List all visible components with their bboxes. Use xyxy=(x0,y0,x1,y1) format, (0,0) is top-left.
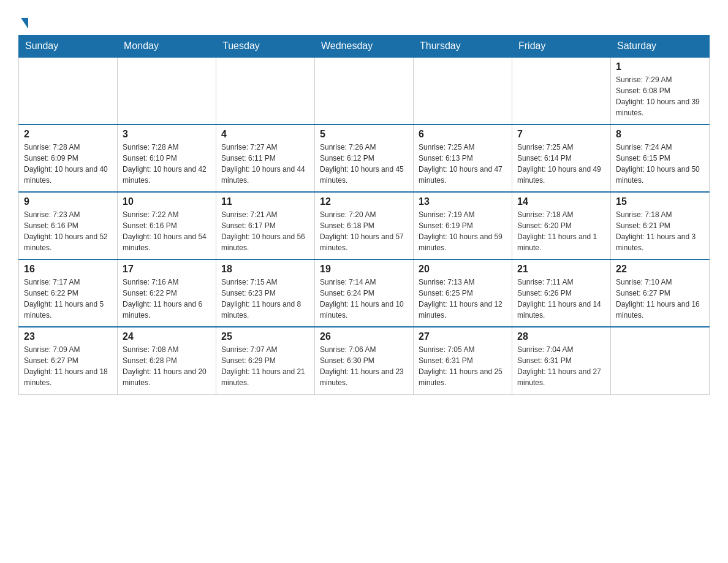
day-number: 3 xyxy=(123,129,211,140)
calendar-cell: 15Sunrise: 7:18 AMSunset: 6:21 PMDayligh… xyxy=(611,192,710,259)
calendar-cell: 9Sunrise: 7:23 AMSunset: 6:16 PMDaylight… xyxy=(19,192,118,259)
day-info: Sunrise: 7:26 AMSunset: 6:12 PMDaylight:… xyxy=(320,142,408,186)
day-of-week-header: Monday xyxy=(118,36,216,58)
calendar-week-row: 16Sunrise: 7:17 AMSunset: 6:22 PMDayligh… xyxy=(19,259,710,327)
calendar-cell: 7Sunrise: 7:25 AMSunset: 6:14 PMDaylight… xyxy=(512,124,611,192)
day-number: 19 xyxy=(320,264,408,275)
calendar-cell: 23Sunrise: 7:09 AMSunset: 6:27 PMDayligh… xyxy=(19,327,118,394)
day-info: Sunrise: 7:18 AMSunset: 6:20 PMDaylight:… xyxy=(517,209,605,253)
calendar-cell: 19Sunrise: 7:14 AMSunset: 6:24 PMDayligh… xyxy=(315,259,414,327)
calendar-cell xyxy=(611,327,710,394)
day-number: 18 xyxy=(221,264,309,275)
calendar-cell: 17Sunrise: 7:16 AMSunset: 6:22 PMDayligh… xyxy=(118,259,216,327)
calendar-header-row: SundayMondayTuesdayWednesdayThursdayFrid… xyxy=(19,36,710,58)
day-info: Sunrise: 7:06 AMSunset: 6:30 PMDaylight:… xyxy=(320,344,408,388)
day-number: 26 xyxy=(320,331,408,342)
day-of-week-header: Saturday xyxy=(611,36,710,58)
logo-arrow-icon xyxy=(21,18,28,29)
day-info: Sunrise: 7:25 AMSunset: 6:14 PMDaylight:… xyxy=(517,142,605,186)
calendar-cell: 6Sunrise: 7:25 AMSunset: 6:13 PMDaylight… xyxy=(414,124,512,192)
calendar-cell: 4Sunrise: 7:27 AMSunset: 6:11 PMDaylight… xyxy=(216,124,315,192)
calendar-cell: 27Sunrise: 7:05 AMSunset: 6:31 PMDayligh… xyxy=(414,327,512,394)
day-number: 24 xyxy=(123,331,211,342)
calendar-cell xyxy=(118,57,216,124)
day-info: Sunrise: 7:25 AMSunset: 6:13 PMDaylight:… xyxy=(419,142,507,186)
day-of-week-header: Friday xyxy=(512,36,611,58)
day-info: Sunrise: 7:19 AMSunset: 6:19 PMDaylight:… xyxy=(419,209,507,253)
logo xyxy=(18,12,28,29)
calendar-cell xyxy=(19,57,118,124)
calendar-week-row: 2Sunrise: 7:28 AMSunset: 6:09 PMDaylight… xyxy=(19,124,710,192)
calendar-cell: 10Sunrise: 7:22 AMSunset: 6:16 PMDayligh… xyxy=(118,192,216,259)
day-info: Sunrise: 7:10 AMSunset: 6:27 PMDaylight:… xyxy=(616,277,704,321)
day-number: 20 xyxy=(419,264,507,275)
day-number: 2 xyxy=(24,129,112,140)
calendar-cell: 26Sunrise: 7:06 AMSunset: 6:30 PMDayligh… xyxy=(315,327,414,394)
calendar-week-row: 23Sunrise: 7:09 AMSunset: 6:27 PMDayligh… xyxy=(19,327,710,394)
day-number: 5 xyxy=(320,129,408,140)
day-info: Sunrise: 7:09 AMSunset: 6:27 PMDaylight:… xyxy=(24,344,112,388)
calendar-cell: 18Sunrise: 7:15 AMSunset: 6:23 PMDayligh… xyxy=(216,259,315,327)
day-info: Sunrise: 7:28 AMSunset: 6:10 PMDaylight:… xyxy=(123,142,211,186)
calendar-cell: 16Sunrise: 7:17 AMSunset: 6:22 PMDayligh… xyxy=(19,259,118,327)
calendar-cell xyxy=(512,57,611,124)
day-info: Sunrise: 7:27 AMSunset: 6:11 PMDaylight:… xyxy=(221,142,309,186)
day-of-week-header: Sunday xyxy=(19,36,118,58)
day-of-week-header: Wednesday xyxy=(315,36,414,58)
day-info: Sunrise: 7:14 AMSunset: 6:24 PMDaylight:… xyxy=(320,277,408,321)
day-info: Sunrise: 7:29 AMSunset: 6:08 PMDaylight:… xyxy=(616,74,704,118)
day-number: 13 xyxy=(419,196,507,207)
day-number: 16 xyxy=(24,264,112,275)
calendar-cell: 20Sunrise: 7:13 AMSunset: 6:25 PMDayligh… xyxy=(414,259,512,327)
day-info: Sunrise: 7:28 AMSunset: 6:09 PMDaylight:… xyxy=(24,142,112,186)
calendar-cell xyxy=(315,57,414,124)
day-number: 9 xyxy=(24,196,112,207)
day-info: Sunrise: 7:18 AMSunset: 6:21 PMDaylight:… xyxy=(616,209,704,253)
calendar-cell: 8Sunrise: 7:24 AMSunset: 6:15 PMDaylight… xyxy=(611,124,710,192)
day-info: Sunrise: 7:13 AMSunset: 6:25 PMDaylight:… xyxy=(419,277,507,321)
day-number: 22 xyxy=(616,264,704,275)
calendar-cell: 24Sunrise: 7:08 AMSunset: 6:28 PMDayligh… xyxy=(118,327,216,394)
day-of-week-header: Tuesday xyxy=(216,36,315,58)
day-info: Sunrise: 7:07 AMSunset: 6:29 PMDaylight:… xyxy=(221,344,309,388)
calendar-cell: 5Sunrise: 7:26 AMSunset: 6:12 PMDaylight… xyxy=(315,124,414,192)
day-number: 1 xyxy=(616,61,704,72)
day-info: Sunrise: 7:11 AMSunset: 6:26 PMDaylight:… xyxy=(517,277,605,321)
calendar-cell: 14Sunrise: 7:18 AMSunset: 6:20 PMDayligh… xyxy=(512,192,611,259)
calendar-cell xyxy=(414,57,512,124)
day-info: Sunrise: 7:23 AMSunset: 6:16 PMDaylight:… xyxy=(24,209,112,253)
day-number: 6 xyxy=(419,129,507,140)
calendar-cell: 13Sunrise: 7:19 AMSunset: 6:19 PMDayligh… xyxy=(414,192,512,259)
day-number: 28 xyxy=(517,331,605,342)
day-info: Sunrise: 7:08 AMSunset: 6:28 PMDaylight:… xyxy=(123,344,211,388)
day-number: 14 xyxy=(517,196,605,207)
day-info: Sunrise: 7:16 AMSunset: 6:22 PMDaylight:… xyxy=(123,277,211,321)
day-number: 25 xyxy=(221,331,309,342)
day-info: Sunrise: 7:05 AMSunset: 6:31 PMDaylight:… xyxy=(419,344,507,388)
day-number: 23 xyxy=(24,331,112,342)
calendar-week-row: 9Sunrise: 7:23 AMSunset: 6:16 PMDaylight… xyxy=(19,192,710,259)
calendar-cell xyxy=(216,57,315,124)
calendar-cell: 21Sunrise: 7:11 AMSunset: 6:26 PMDayligh… xyxy=(512,259,611,327)
calendar-cell: 25Sunrise: 7:07 AMSunset: 6:29 PMDayligh… xyxy=(216,327,315,394)
calendar-table: SundayMondayTuesdayWednesdayThursdayFrid… xyxy=(18,35,710,395)
day-number: 27 xyxy=(419,331,507,342)
calendar-cell: 3Sunrise: 7:28 AMSunset: 6:10 PMDaylight… xyxy=(118,124,216,192)
day-number: 21 xyxy=(517,264,605,275)
calendar-cell: 2Sunrise: 7:28 AMSunset: 6:09 PMDaylight… xyxy=(19,124,118,192)
day-number: 8 xyxy=(616,129,704,140)
calendar-cell: 11Sunrise: 7:21 AMSunset: 6:17 PMDayligh… xyxy=(216,192,315,259)
calendar-cell: 28Sunrise: 7:04 AMSunset: 6:31 PMDayligh… xyxy=(512,327,611,394)
day-info: Sunrise: 7:15 AMSunset: 6:23 PMDaylight:… xyxy=(221,277,309,321)
day-of-week-header: Thursday xyxy=(414,36,512,58)
day-number: 10 xyxy=(123,196,211,207)
calendar-cell: 12Sunrise: 7:20 AMSunset: 6:18 PMDayligh… xyxy=(315,192,414,259)
day-number: 17 xyxy=(123,264,211,275)
day-info: Sunrise: 7:20 AMSunset: 6:18 PMDaylight:… xyxy=(320,209,408,253)
day-number: 4 xyxy=(221,129,309,140)
day-number: 15 xyxy=(616,196,704,207)
day-number: 11 xyxy=(221,196,309,207)
day-info: Sunrise: 7:22 AMSunset: 6:16 PMDaylight:… xyxy=(123,209,211,253)
day-info: Sunrise: 7:21 AMSunset: 6:17 PMDaylight:… xyxy=(221,209,309,253)
day-info: Sunrise: 7:24 AMSunset: 6:15 PMDaylight:… xyxy=(616,142,704,186)
